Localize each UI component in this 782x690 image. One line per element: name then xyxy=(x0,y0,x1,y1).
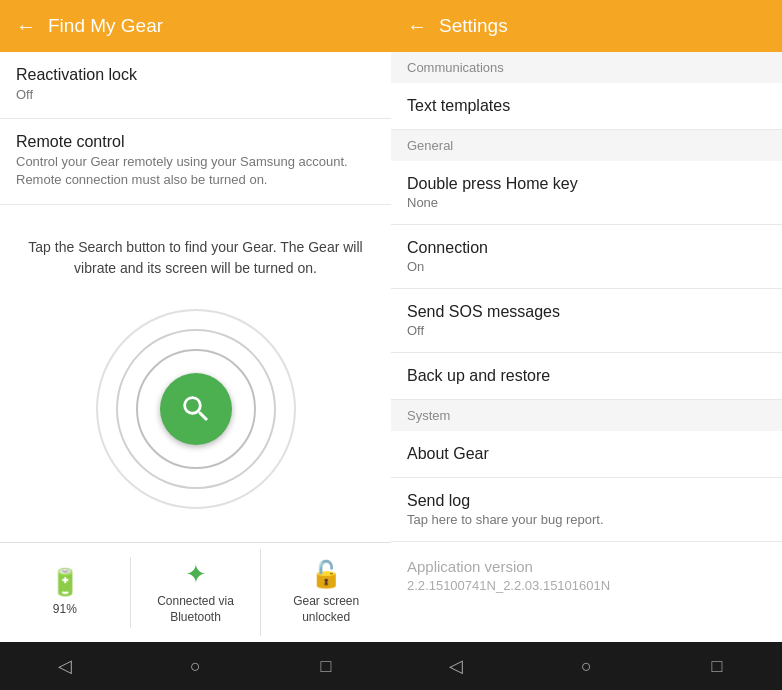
right-header: ← Settings xyxy=(391,0,782,52)
search-ripple-mid xyxy=(116,329,276,489)
send-log-item[interactable]: Send log Tap here to share your bug repo… xyxy=(391,478,782,542)
remote-control-title: Remote control xyxy=(16,133,375,151)
reactivation-lock-subtitle: Off xyxy=(16,86,375,104)
right-content: Communications Text templates General Do… xyxy=(391,52,782,642)
backup-restore-item[interactable]: Back up and restore xyxy=(391,353,782,400)
search-ripple-inner xyxy=(136,349,256,469)
double-press-home-sub: None xyxy=(407,195,766,210)
double-press-home-title: Double press Home key xyxy=(407,175,766,193)
send-log-title: Send log xyxy=(407,492,766,510)
remote-control-subtitle: Control your Gear remotely using your Sa… xyxy=(16,153,375,189)
bluetooth-icon: ✦ xyxy=(185,559,207,590)
app-version-section: Application version 2.2.15100741N_2.2.03… xyxy=(391,542,782,609)
right-nav-home[interactable]: ○ xyxy=(566,646,606,686)
about-gear-item[interactable]: About Gear xyxy=(391,431,782,478)
bluetooth-label-line1: Connected via xyxy=(157,594,234,610)
right-title: Settings xyxy=(439,15,508,37)
right-nav-bar: ◁ ○ □ xyxy=(391,642,782,690)
right-nav-recent[interactable]: □ xyxy=(697,646,737,686)
backup-title: Back up and restore xyxy=(407,367,766,385)
send-log-sub: Tap here to share your bug report. xyxy=(407,512,766,527)
left-header: ← Find My Gear xyxy=(0,0,391,52)
app-version-title: Application version xyxy=(407,558,766,575)
right-back-button[interactable]: ← xyxy=(407,15,427,38)
status-bottom-bar: 🔋 91% ✦ Connected via Bluetooth 🔓 Gear s… xyxy=(0,542,391,642)
bluetooth-label-line2: Bluetooth xyxy=(170,610,221,626)
sos-messages-item[interactable]: Send SOS messages Off xyxy=(391,289,782,353)
search-instruction-text: Tap the Search button to find your Gear.… xyxy=(20,237,371,279)
left-title: Find My Gear xyxy=(48,15,163,37)
bluetooth-status-item: ✦ Connected via Bluetooth xyxy=(131,549,262,635)
left-panel: ← Find My Gear Reactivation lock Off Rem… xyxy=(0,0,391,690)
remote-control-row[interactable]: Remote control Control your Gear remotel… xyxy=(0,119,391,204)
reactivation-lock-title: Reactivation lock xyxy=(16,66,375,84)
battery-value: 91% xyxy=(53,602,77,618)
double-press-home-item[interactable]: Double press Home key None xyxy=(391,161,782,225)
reactivation-lock-row[interactable]: Reactivation lock Off xyxy=(0,52,391,119)
sos-sub: Off xyxy=(407,323,766,338)
left-nav-bar: ◁ ○ □ xyxy=(0,642,391,690)
connection-title: Connection xyxy=(407,239,766,257)
text-templates-item[interactable]: Text templates xyxy=(391,83,782,130)
connection-item[interactable]: Connection On xyxy=(391,225,782,289)
right-panel: ← Settings Communications Text templates… xyxy=(391,0,782,690)
left-nav-back[interactable]: ◁ xyxy=(45,646,85,686)
communications-section-header: Communications xyxy=(391,52,782,83)
left-nav-home[interactable]: ○ xyxy=(175,646,215,686)
sos-title: Send SOS messages xyxy=(407,303,766,321)
lock-icon: 🔓 xyxy=(310,559,342,590)
left-back-button[interactable]: ← xyxy=(16,15,36,38)
right-nav-back[interactable]: ◁ xyxy=(436,646,476,686)
general-section-header: General xyxy=(391,130,782,161)
gear-lock-status-item: 🔓 Gear screen unlocked xyxy=(261,549,391,635)
search-gear-button[interactable] xyxy=(160,373,232,445)
battery-icon: 🔋 xyxy=(49,567,81,598)
text-templates-title: Text templates xyxy=(407,97,766,115)
search-ripple-outer xyxy=(96,309,296,509)
gear-lock-line1: Gear screen xyxy=(293,594,359,610)
app-version-value: 2.2.15100741N_2.2.03.15101601N xyxy=(407,578,766,593)
search-area: Tap the Search button to find your Gear.… xyxy=(0,205,391,542)
search-icon xyxy=(179,392,213,426)
left-nav-recent[interactable]: □ xyxy=(306,646,346,686)
system-section-header: System xyxy=(391,400,782,431)
battery-status-item: 🔋 91% xyxy=(0,557,131,628)
connection-sub: On xyxy=(407,259,766,274)
about-gear-title: About Gear xyxy=(407,445,766,463)
left-content: Reactivation lock Off Remote control Con… xyxy=(0,52,391,642)
gear-lock-line2: unlocked xyxy=(302,610,350,626)
